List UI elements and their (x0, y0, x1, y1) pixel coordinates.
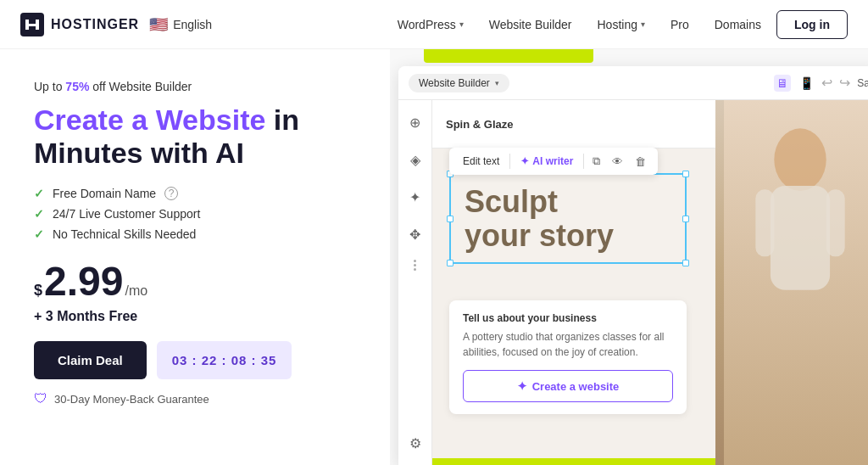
logo-icon (20, 13, 44, 36)
price-row: $ 2.99 /mo (34, 261, 363, 302)
navbar: HOSTINGER 🇺🇸 English WordPress ▾ Website… (0, 0, 868, 49)
builder-tab-label: Website Builder (419, 77, 490, 89)
layers-tool[interactable]: ◈ (403, 148, 427, 171)
feature-label-skills: No Technical Skills Needed (53, 227, 196, 241)
builder-ui: Website Builder ▾ 🖥 📱 ↩ ↪ Sav ⊕ ◈ ✦ (398, 66, 868, 465)
selected-text-element[interactable]: Sculpt your story (449, 173, 687, 264)
create-website-label: Create a website (532, 380, 620, 393)
builder-sidebar: ⊕ ◈ ✦ ✥ ⚙ (398, 100, 432, 465)
business-card-title: Tell us about your business (463, 312, 673, 324)
price-mo: /mo (125, 283, 147, 299)
save-text: Sav (857, 77, 868, 89)
hero-left-panel: Up to 75% off Website Builder Create a W… (0, 49, 390, 465)
redo-icon[interactable]: ↪ (839, 75, 850, 91)
edit-text-button[interactable]: Edit text (456, 152, 506, 171)
login-button[interactable]: Log in (776, 10, 848, 39)
toolbar-divider-2 (583, 154, 584, 169)
pricing-block: $ 2.99 /mo (34, 261, 363, 302)
handle-bottom-right[interactable] (682, 260, 689, 266)
mobile-view-icon[interactable]: 📱 (798, 75, 815, 92)
nav-label-website-builder: Website Builder (489, 18, 572, 31)
promo-suffix: off Website Builder (89, 80, 192, 93)
feature-item-domain: ✓ Free Domain Name ? (34, 187, 363, 200)
feature-item-support: ✓ 24/7 Live Customer Support (34, 207, 363, 221)
create-star-icon: ✦ (517, 379, 527, 393)
site-preview: Spin & Glaze Edit text (432, 100, 868, 465)
headline-purple: Create a Website (34, 104, 265, 136)
business-card-desc: A pottery studio that organizes classes … (463, 329, 673, 360)
promo-text: Up to 75% off Website Builder (34, 80, 363, 93)
duplicate-icon[interactable]: ⧉ (587, 151, 605, 171)
site-name: Spin & Glaze (446, 118, 513, 131)
cta-row: Claim Deal 03 : 22 : 08 : 35 (34, 341, 363, 379)
builder-tab-chevron-icon: ▾ (495, 79, 499, 87)
text-editing-toolbar: Edit text ✦ AI writer ⧉ 👁 🗑 (449, 148, 658, 175)
handle-middle-left[interactable] (447, 216, 453, 222)
edit-text-label: Edit text (463, 155, 499, 167)
price-free: + 3 Months Free (34, 309, 363, 324)
builder-tab[interactable]: Website Builder ▾ (409, 74, 509, 92)
hero-headline: Create a Website in Minutes with AI (34, 104, 363, 170)
bottom-green-bar (432, 458, 715, 465)
resize-handles (447, 171, 689, 266)
delete-icon[interactable]: 🗑 (630, 152, 651, 171)
woman-figure-svg (715, 100, 868, 465)
create-website-button[interactable]: ✦ Create a website (463, 370, 673, 402)
ai-tool[interactable]: ✦ (403, 185, 427, 209)
settings-tool[interactable]: ✥ (403, 222, 427, 246)
countdown-timer: 03 : 22 : 08 : 35 (157, 341, 292, 379)
undo-icon[interactable]: ↩ (821, 75, 832, 91)
builder-preview-panel: Website Builder ▾ 🖥 📱 ↩ ↪ Sav ⊕ ◈ ✦ (390, 49, 868, 465)
info-icon-domain[interactable]: ? (164, 187, 178, 200)
nav-item-wordpress[interactable]: WordPress ▾ (387, 11, 474, 38)
guarantee-row: 🛡 30-Day Money-Back Guarantee (34, 391, 363, 406)
builder-topbar: Website Builder ▾ 🖥 📱 ↩ ↪ Sav (398, 66, 868, 100)
nav-label-hosting: Hosting (597, 18, 637, 31)
logo-text: HOSTINGER (51, 17, 139, 32)
nav-label-domains: Domains (715, 18, 761, 31)
features-list: ✓ Free Domain Name ? ✓ 24/7 Live Custome… (34, 187, 363, 241)
chevron-down-icon: ▾ (459, 20, 464, 29)
feature-item-skills: ✓ No Technical Skills Needed (34, 227, 363, 241)
more-tools[interactable] (414, 260, 416, 271)
svg-rect-2 (771, 186, 830, 290)
flag-icon: 🇺🇸 (149, 15, 168, 34)
nav-label-pro: Pro (670, 18, 689, 31)
nav-item-hosting[interactable]: Hosting ▾ (587, 11, 654, 38)
svg-rect-4 (826, 189, 845, 256)
price-dollar: $ (34, 282, 42, 300)
woman-photo (715, 100, 868, 465)
promo-prefix: Up to (34, 80, 65, 93)
language-label: English (173, 18, 212, 31)
handle-bottom-left[interactable] (447, 260, 453, 266)
main-content: Up to 75% off Website Builder Create a W… (0, 49, 868, 465)
handle-middle-right[interactable] (682, 216, 689, 222)
help-tool[interactable]: ⚙ (403, 431, 427, 455)
nav-item-website-builder[interactable]: Website Builder (479, 11, 582, 38)
check-icon-skills: ✓ (34, 227, 44, 241)
nav-item-pro[interactable]: Pro (660, 11, 699, 38)
builder-topbar-right: 🖥 📱 ↩ ↪ Sav (774, 75, 868, 92)
logo[interactable]: HOSTINGER (20, 13, 139, 36)
desktop-view-icon[interactable]: 🖥 (774, 75, 791, 92)
svg-rect-3 (755, 189, 774, 256)
toolbar-divider-1 (509, 154, 510, 169)
navbar-nav: WordPress ▾ Website Builder Hosting ▾ Pr… (387, 10, 848, 39)
ai-star-icon: ✦ (520, 155, 529, 167)
shield-icon: 🛡 (34, 391, 47, 406)
green-accent-bar (424, 49, 593, 63)
chevron-down-icon-hosting: ▾ (641, 20, 645, 29)
navbar-left: HOSTINGER 🇺🇸 English (20, 13, 212, 36)
price-amount: 2.99 (44, 261, 123, 302)
business-info-card: Tell us about your business A pottery st… (449, 300, 687, 414)
ai-writer-button[interactable]: ✦ AI writer (514, 152, 580, 171)
builder-body: ⊕ ◈ ✦ ✥ ⚙ (398, 100, 868, 465)
preview-icon[interactable]: 👁 (607, 152, 628, 171)
handle-top-right[interactable] (682, 171, 689, 177)
guarantee-text: 30-Day Money-Back Guarantee (54, 393, 209, 406)
claim-deal-button[interactable]: Claim Deal (34, 341, 147, 379)
nav-item-domains[interactable]: Domains (704, 11, 771, 38)
add-element-tool[interactable]: ⊕ (403, 110, 427, 134)
language-selector[interactable]: 🇺🇸 English (149, 15, 212, 34)
nav-label-wordpress: WordPress (398, 18, 456, 31)
